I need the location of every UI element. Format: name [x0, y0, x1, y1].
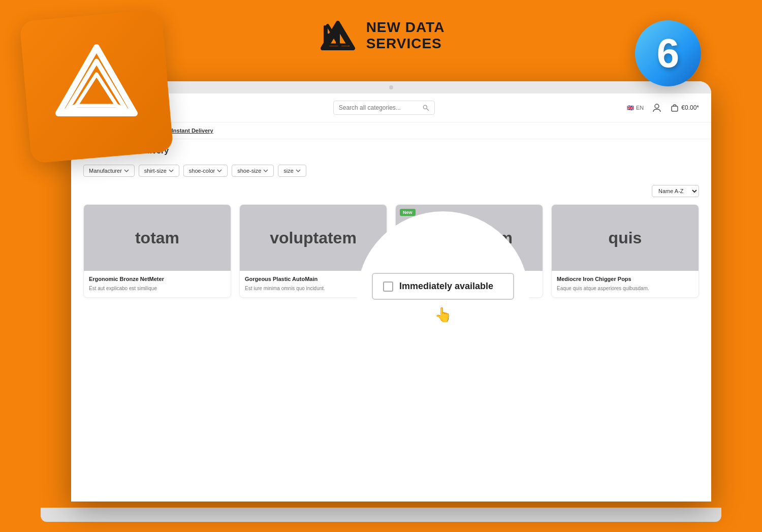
chevron-down-icon-3	[217, 168, 222, 173]
svg-point-20	[655, 104, 659, 108]
sort-select[interactable]: Name A-Z Name Z-A Price asc. Price desc.	[652, 185, 699, 197]
chevron-down-icon-4	[263, 168, 268, 173]
user-icon[interactable]	[652, 103, 662, 113]
flag-icon: 🇬🇧	[627, 105, 634, 111]
product-image-1: totam	[84, 205, 231, 271]
triangle-logo-svg	[51, 40, 142, 131]
product-info-4: Mediocre Iron Chigger Pops Eaque quis at…	[552, 271, 698, 297]
search-icon	[423, 104, 429, 111]
shoe-color-filter-label: shoe-color	[189, 168, 215, 174]
nds-logo: NEW DATA SERVICES	[318, 15, 445, 56]
shirt-size-filter[interactable]: shirt-size	[139, 165, 179, 177]
size-filter[interactable]: size	[278, 165, 306, 177]
product-name-1: Ergonomic Bronze NetMeter	[89, 276, 226, 282]
svg-point-18	[424, 105, 427, 109]
product-image-4: quis	[552, 205, 698, 271]
site-search-box[interactable]	[333, 101, 435, 115]
shopping-bag-icon	[670, 103, 679, 112]
left-decorative-card	[19, 9, 173, 163]
website-content: W DATA SERVICES 🇬🇧 EN	[71, 93, 711, 502]
shoe-size-filter-label: shoe-size	[237, 168, 261, 174]
immediately-available-label: Immediately available	[399, 281, 493, 292]
shirt-size-filter-label: shirt-size	[144, 168, 167, 174]
spotlight-overlay: Immediately available 👆	[357, 211, 529, 384]
cart-icon[interactable]: €0.00*	[670, 103, 699, 112]
svg-marker-9	[76, 74, 117, 106]
product-desc-4: Eaque quis atque asperiores quibusdam.	[557, 285, 693, 292]
product-image-text-1: totam	[135, 229, 179, 247]
product-card-4[interactable]: quis Mediocre Iron Chigger Pops Eaque qu…	[551, 204, 699, 298]
svg-line-19	[427, 109, 429, 111]
product-image-text-2: voluptatem	[270, 229, 357, 247]
product-name-4: Mediocre Iron Chigger Pops	[557, 276, 693, 282]
language-code: EN	[636, 105, 644, 111]
filter-bar: Manufacturer shirt-size shoe-color shoe-…	[71, 160, 711, 182]
product-card-1[interactable]: totam Ergonomic Bronze NetMeter Est aut …	[83, 204, 231, 298]
chevron-down-icon-2	[169, 168, 174, 173]
chevron-down-icon-5	[296, 168, 301, 173]
product-badge-3: New	[400, 209, 416, 216]
cursor-hand-icon: 👆	[434, 308, 452, 322]
version-number: 6	[657, 33, 680, 74]
svg-rect-21	[672, 106, 678, 111]
page-title: Filter: Instant Delivery	[83, 146, 699, 155]
search-input[interactable]	[339, 104, 419, 111]
sort-bar: Name A-Z Name Z-A Price asc. Price desc.	[71, 182, 711, 200]
version-badge: 6	[635, 20, 701, 86]
product-info-1: Ergonomic Bronze NetMeter Est aut explic…	[84, 271, 231, 297]
product-desc-1: Est aut explicabo est similique	[89, 285, 226, 292]
product-image-text-4: quis	[609, 229, 642, 247]
nds-logo-text: NEW DATA SERVICES	[366, 19, 445, 52]
camera-dot	[389, 85, 393, 89]
manufacturer-filter-label: Manufacturer	[89, 168, 122, 174]
immediately-available-checkbox[interactable]	[383, 281, 393, 292]
shoe-color-filter[interactable]: shoe-color	[183, 165, 228, 177]
shoe-size-filter[interactable]: shoe-size	[232, 165, 274, 177]
language-selector[interactable]: 🇬🇧 EN	[627, 105, 644, 111]
manufacturer-filter[interactable]: Manufacturer	[83, 165, 135, 177]
nds-logo-icon	[318, 15, 358, 56]
cart-price: €0.00*	[681, 104, 699, 111]
immediately-available-box[interactable]: Immediately available	[372, 273, 514, 300]
laptop-base	[41, 508, 721, 522]
site-header-right: 🇬🇧 EN €0.00*	[627, 103, 699, 113]
size-filter-label: size	[283, 168, 294, 174]
chevron-down-icon	[124, 168, 129, 173]
left-card-inner	[51, 40, 142, 133]
